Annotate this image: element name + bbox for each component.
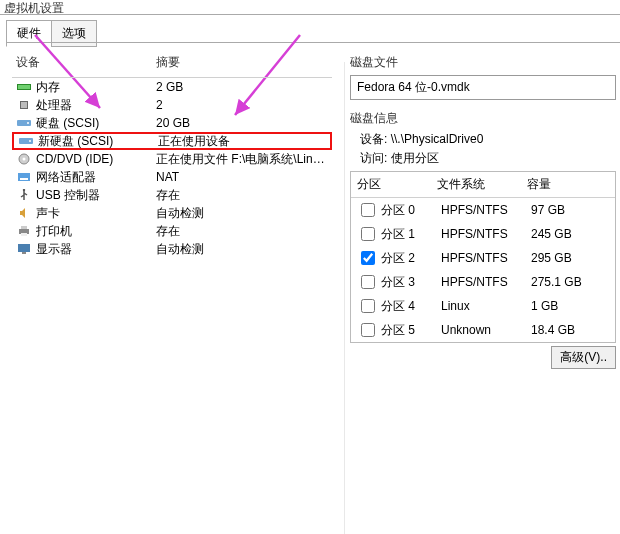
diskfile-label: 磁盘文件 (350, 54, 616, 71)
partition-name: 分区 4 (381, 298, 441, 315)
svg-rect-18 (18, 244, 30, 252)
hardware-list-header: 设备 摘要 (12, 50, 332, 78)
partition-name: 分区 2 (381, 250, 441, 267)
svg-point-14 (23, 189, 25, 191)
printer-icon (16, 224, 32, 238)
svg-point-9 (29, 140, 31, 142)
partition-fs: HPFS/NTFS (441, 275, 531, 289)
svg-rect-3 (18, 85, 30, 89)
svg-point-11 (23, 158, 26, 161)
diskfile-field[interactable]: Fedora 64 位-0.vmdk (350, 75, 616, 100)
partition-header: 分区 文件系统 容量 (351, 172, 615, 198)
details-panel: 磁盘文件 Fedora 64 位-0.vmdk 磁盘信息 设备: \\.\Phy… (350, 50, 616, 343)
hw-row-nic[interactable]: 网络适配器 NAT (12, 168, 332, 186)
hw-row-display[interactable]: 显示器 自动检测 (12, 240, 332, 258)
hw-summary: 2 GB (156, 80, 328, 94)
svg-rect-5 (21, 102, 27, 108)
partition-capacity: 275.1 GB (531, 275, 609, 289)
hdd-icon (18, 134, 34, 148)
memory-icon (16, 80, 32, 94)
hw-name: 内存 (36, 79, 156, 96)
diskinfo-device: 设备: \\.\PhysicalDrive0 (360, 131, 616, 148)
hw-name: 声卡 (36, 205, 156, 222)
hw-row-cddvd[interactable]: CD/DVD (IDE) 正在使用文件 F:\电脑系统\Linu... (12, 150, 332, 168)
hw-name: 打印机 (36, 223, 156, 240)
partition-row[interactable]: 分区 3HPFS/NTFS275.1 GB (351, 270, 615, 294)
hw-name: CD/DVD (IDE) (36, 152, 156, 166)
partition-checkbox[interactable] (361, 251, 375, 265)
access-key: 访问: (360, 151, 387, 165)
partition-name: 分区 0 (381, 202, 441, 219)
partition-capacity: 97 GB (531, 203, 609, 217)
partition-checkbox[interactable] (361, 203, 375, 217)
hw-summary: 2 (156, 98, 328, 112)
tab-underline (6, 42, 620, 43)
col-summary: 摘要 (156, 54, 328, 71)
partition-checkbox[interactable] (361, 227, 375, 241)
device-value: \\.\PhysicalDrive0 (391, 132, 484, 146)
hardware-list: 设备 摘要 内存 2 GB 处理器 2 硬盘 (SCSI) 20 GB 新硬盘 … (12, 50, 332, 258)
partition-fs: Unknown (441, 323, 531, 337)
partition-row[interactable]: 分区 4Linux1 GB (351, 294, 615, 318)
hw-row-printer[interactable]: 打印机 存在 (12, 222, 332, 240)
hdd-icon (16, 116, 32, 130)
vertical-separator (344, 62, 345, 534)
sound-icon (16, 206, 32, 220)
partition-fs: HPFS/NTFS (441, 227, 531, 241)
partition-fs: HPFS/NTFS (441, 251, 531, 265)
col-device: 设备 (16, 54, 156, 71)
svg-rect-16 (21, 226, 27, 229)
hw-row-memory[interactable]: 内存 2 GB (12, 78, 332, 96)
hw-name: 硬盘 (SCSI) (36, 115, 156, 132)
col-fs: 文件系统 (437, 176, 527, 193)
hw-name: 新硬盘 (SCSI) (38, 133, 158, 150)
device-key: 设备: (360, 132, 387, 146)
col-capacity: 容量 (527, 176, 609, 193)
svg-rect-17 (21, 233, 27, 236)
svg-point-7 (27, 122, 29, 124)
hw-row-cpu[interactable]: 处理器 2 (12, 96, 332, 114)
usb-icon (16, 188, 32, 202)
cpu-icon (16, 98, 32, 112)
hw-summary: 存在 (156, 187, 328, 204)
hw-summary: NAT (156, 170, 328, 184)
access-value: 使用分区 (391, 151, 439, 165)
hw-summary: 正在使用文件 F:\电脑系统\Linu... (156, 151, 328, 168)
advanced-button[interactable]: 高级(V).. (551, 346, 616, 369)
partition-name: 分区 5 (381, 322, 441, 339)
display-icon (16, 242, 32, 256)
partition-capacity: 18.4 GB (531, 323, 609, 337)
partition-checkbox[interactable] (361, 299, 375, 313)
partition-checkbox[interactable] (361, 323, 375, 337)
diskinfo-label: 磁盘信息 (350, 110, 616, 127)
nic-icon (16, 170, 32, 184)
hw-summary: 正在使用设备 (158, 133, 326, 150)
svg-rect-19 (22, 252, 26, 254)
partition-row[interactable]: 分区 1HPFS/NTFS245 GB (351, 222, 615, 246)
partition-row[interactable]: 分区 5Unknown18.4 GB (351, 318, 615, 342)
partition-row[interactable]: 分区 0HPFS/NTFS97 GB (351, 198, 615, 222)
partition-capacity: 245 GB (531, 227, 609, 241)
partition-checkbox[interactable] (361, 275, 375, 289)
hw-summary: 20 GB (156, 116, 328, 130)
partition-name: 分区 3 (381, 274, 441, 291)
hw-summary: 存在 (156, 223, 328, 240)
hw-summary: 自动检测 (156, 205, 328, 222)
hw-name: 网络适配器 (36, 169, 156, 186)
partition-capacity: 1 GB (531, 299, 609, 313)
hw-row-new-hdd[interactable]: 新硬盘 (SCSI) 正在使用设备 (12, 132, 332, 150)
hw-row-hdd[interactable]: 硬盘 (SCSI) 20 GB (12, 114, 332, 132)
partition-capacity: 295 GB (531, 251, 609, 265)
hw-row-sound[interactable]: 声卡 自动检测 (12, 204, 332, 222)
hw-name: USB 控制器 (36, 187, 156, 204)
hw-row-usb[interactable]: USB 控制器 存在 (12, 186, 332, 204)
partition-fs: Linux (441, 299, 531, 313)
hw-name: 显示器 (36, 241, 156, 258)
col-partition: 分区 (357, 176, 437, 193)
partition-table: 分区 文件系统 容量 分区 0HPFS/NTFS97 GB分区 1HPFS/NT… (350, 171, 616, 343)
diskinfo-access: 访问: 使用分区 (360, 150, 616, 167)
partition-name: 分区 1 (381, 226, 441, 243)
svg-rect-13 (20, 178, 28, 180)
hw-summary: 自动检测 (156, 241, 328, 258)
partition-row[interactable]: 分区 2HPFS/NTFS295 GB (351, 246, 615, 270)
